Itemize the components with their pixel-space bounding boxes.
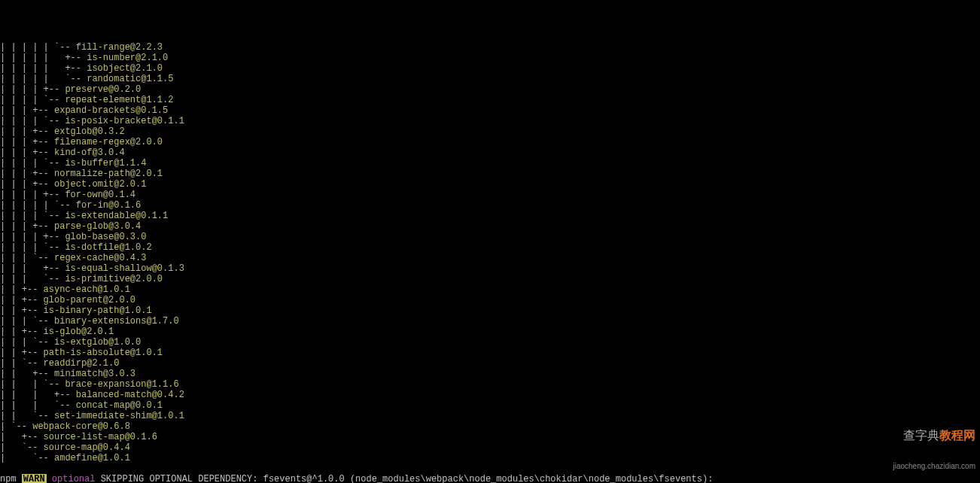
package-name: glob-parent@2.0.0	[44, 295, 135, 305]
watermark-url: jiaocheng.chazidian.com	[893, 462, 975, 470]
dependency-tree-line: | | | | `-- repeat-element@1.1.2	[0, 95, 980, 105]
package-name: preserve@0.2.0	[65, 84, 141, 95]
package-name: for-own@0.1.4	[65, 190, 135, 200]
package-name: kind-of@3.0.4	[54, 147, 125, 158]
package-name: is-binary-path@1.0.1	[44, 305, 152, 316]
dependency-tree-line: | | | +-- parse-glob@3.0.4	[0, 221, 980, 232]
dependency-tree-line: | `-- source-map@0.4.4	[0, 442, 980, 453]
dependency-tree-line: | | | | +-- preserve@0.2.0	[0, 84, 980, 95]
dependency-tree-line: | | | `-- regex-cache@0.4.3	[0, 253, 980, 263]
dependency-tree-line: | | +-- path-is-absolute@1.0.1	[0, 348, 980, 358]
package-name: is-dotfile@1.0.2	[65, 242, 151, 253]
package-name: is-extglob@1.0.0	[54, 337, 141, 348]
dependency-tree-line: | | | | +-- for-own@0.1.4	[0, 190, 980, 200]
package-name: parse-glob@3.0.4	[54, 221, 141, 232]
package-name: minimatch@3.0.3	[54, 369, 135, 379]
dependency-tree-line: | | +-- minimatch@3.0.3	[0, 369, 980, 379]
dependency-tree-line: | | | +-- is-equal-shallow@0.1.3	[0, 263, 980, 274]
dependency-tree-line: | | +-- is-glob@2.0.1	[0, 327, 980, 337]
package-name: source-list-map@0.1.6	[44, 432, 157, 442]
dependency-tree-line: | | `-- readdirp@2.1.0	[0, 358, 980, 369]
warn-message: SKIPPING OPTIONAL DEPENDENCY: fsevents@^…	[95, 474, 713, 483]
package-name: binary-extensions@1.7.0	[54, 316, 179, 327]
dependency-tree-line: | | `-- set-immediate-shim@1.0.1	[0, 411, 980, 421]
package-name: object.omit@2.0.1	[54, 179, 146, 190]
dependency-tree-line: | | +-- async-each@1.0.1	[0, 284, 980, 295]
dependency-tree-line: | | | +-- kind-of@3.0.4	[0, 147, 980, 158]
dependency-tree-line: | | | `-- concat-map@0.0.1	[0, 400, 980, 411]
warn-badge: WARN	[22, 474, 47, 483]
dependency-tree-line: | | | +-- normalize-path@2.0.1	[0, 169, 980, 179]
dependency-tree-line: | | | | | +-- is-number@2.1.0	[0, 53, 980, 63]
dependency-tree-line: | | | | `-- is-buffer@1.1.4	[0, 158, 980, 169]
package-name: is-buffer@1.1.4	[65, 158, 146, 169]
package-name: async-each@1.0.1	[44, 284, 130, 295]
dependency-tree-line: | | | | | +-- isobject@2.1.0	[0, 63, 980, 74]
dependency-tree-line: | | | `-- binary-extensions@1.7.0	[0, 316, 980, 327]
package-name: is-posix-bracket@0.1.1	[65, 116, 184, 126]
package-name: is-primitive@2.0.0	[65, 274, 163, 284]
package-name: expand-brackets@0.1.5	[54, 105, 168, 116]
package-name: webpack-core@0.6.8	[32, 421, 130, 432]
dependency-tree-line: | | | +-- extglob@0.3.2	[0, 126, 980, 137]
dependency-tree-line: | | | `-- is-primitive@2.0.0	[0, 274, 980, 284]
package-name: filename-regex@2.0.0	[54, 137, 163, 147]
dependency-tree-line: | | | +-- object.omit@2.0.1	[0, 179, 980, 190]
warn-type: optional	[52, 474, 96, 483]
npm-label: npm	[0, 474, 22, 483]
package-name: repeat-element@1.1.2	[65, 95, 173, 105]
dependency-tree-line: | | +-- is-binary-path@1.0.1	[0, 305, 980, 316]
package-name: regex-cache@0.4.3	[54, 253, 146, 263]
watermark-main: 查字典教程网	[893, 429, 975, 442]
watermark: 查字典教程网 jiaocheng.chazidian.com	[893, 409, 975, 480]
dependency-tree-line: | | | +-- filename-regex@2.0.0	[0, 137, 980, 147]
npm-warn-optional: npm WARN optional SKIPPING OPTIONAL DEPE…	[0, 474, 980, 483]
dependency-tree-line: | | | `-- is-extglob@1.0.0	[0, 337, 980, 348]
dependency-tree-line: | | | | | `-- for-in@0.1.6	[0, 200, 980, 211]
dependency-tree-line: | | | | +-- glob-base@0.3.0	[0, 232, 980, 242]
dependency-tree-line: | | | | | `-- randomatic@1.1.5	[0, 74, 980, 84]
dependency-tree-line: | | | | `-- is-extendable@0.1.1	[0, 211, 980, 221]
dependency-tree-line: | `-- webpack-core@0.6.8	[0, 421, 980, 432]
package-name: normalize-path@2.0.1	[54, 169, 163, 179]
dependency-tree-line: | | | +-- expand-brackets@0.1.5	[0, 105, 980, 116]
package-name: balanced-match@0.4.2	[76, 390, 184, 400]
dependency-tree-line: | | | | `-- is-dotfile@1.0.2	[0, 242, 980, 253]
package-name: for-in@0.1.6	[76, 200, 141, 211]
terminal-output[interactable]: | | | | | `-- fill-range@2.2.3| | | | | …	[0, 42, 980, 483]
package-name: concat-map@0.0.1	[76, 400, 163, 411]
dependency-tree-line: | | | | `-- is-posix-bracket@0.1.1	[0, 116, 980, 126]
package-name: set-immediate-shim@1.0.1	[54, 411, 184, 421]
dependency-tree-line: | | +-- glob-parent@2.0.0	[0, 295, 980, 305]
dependency-tree-line: | | | `-- brace-expansion@1.1.6	[0, 379, 980, 390]
package-name: is-equal-shallow@0.1.3	[65, 263, 184, 274]
package-name: readdirp@2.1.0	[44, 358, 120, 369]
package-name: extglob@0.3.2	[54, 126, 125, 137]
package-name: glob-base@0.3.0	[65, 232, 146, 242]
dependency-tree-line: | `-- amdefine@1.0.1	[0, 453, 980, 463]
package-name: randomatic@1.1.5	[87, 74, 173, 84]
dependency-tree-line: | | | | | `-- fill-range@2.2.3	[0, 42, 980, 53]
package-name: amdefine@1.0.1	[54, 453, 130, 463]
package-name: brace-expansion@1.1.6	[65, 379, 178, 390]
package-name: is-number@2.1.0	[87, 53, 168, 63]
blank-line	[0, 463, 980, 474]
package-name: source-map@0.4.4	[44, 442, 130, 453]
dependency-tree-line: | | | +-- balanced-match@0.4.2	[0, 390, 980, 400]
package-name: path-is-absolute@1.0.1	[44, 348, 163, 358]
package-name: fill-range@2.2.3	[76, 42, 163, 53]
package-name: is-extendable@0.1.1	[65, 211, 168, 221]
package-name: isobject@2.1.0	[87, 63, 163, 74]
dependency-tree-line: | +-- source-list-map@0.1.6	[0, 432, 980, 442]
package-name: is-glob@2.0.1	[44, 327, 114, 337]
